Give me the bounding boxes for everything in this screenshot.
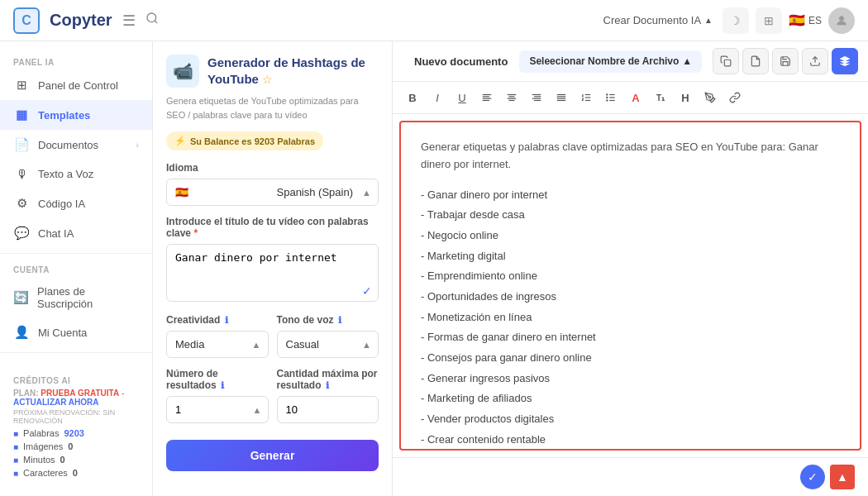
texto-voz-icon: 🎙 [13, 167, 30, 181]
mi-cuenta-icon: 👤 [13, 325, 30, 340]
justify-button[interactable] [550, 87, 573, 108]
editor-list: - Ganar dinero por internet- Trabajar de… [421, 185, 840, 451]
main-layout: PANEL IA ⊞ Panel de Control ▦ Templates … [0, 41, 868, 496]
svg-point-30 [708, 96, 710, 98]
align-right-button[interactable] [525, 87, 548, 108]
credits-label: CRÉDITOS AI [13, 376, 139, 389]
export-button[interactable] [802, 48, 828, 74]
tab-nuevo-documento[interactable]: Nuevo documento [403, 50, 519, 73]
num-resultados-info-icon[interactable]: ℹ [221, 380, 224, 390]
plan-upgrade-link[interactable]: ACTUALIZAR AHORA [13, 398, 99, 407]
document-button[interactable] [742, 48, 769, 74]
expand-button[interactable]: ⊞ [756, 7, 782, 34]
sidebar-divider-1 [0, 253, 152, 254]
editor-top-bar: Nuevo documento Seleecionar Nombre de Ar… [393, 41, 868, 82]
list-item: - Emprendimiento online [421, 266, 840, 287]
align-left-button[interactable] [475, 87, 498, 108]
font-color-button[interactable]: A [624, 87, 647, 108]
sidebar-item-templates[interactable]: ▦ Templates [0, 100, 152, 130]
sidebar-item-chat-ia[interactable]: 💬 Chat IA [0, 218, 152, 248]
app-title: Copyter [50, 11, 112, 30]
list-item: - Generar ingresos pasivos [421, 369, 840, 389]
sidebar-item-planes[interactable]: 🔄 Planes de Suscripción [0, 278, 152, 317]
scroll-top-button[interactable]: ▲ [830, 465, 855, 489]
cantidad-input[interactable] [277, 396, 379, 423]
confirm-button[interactable]: ✓ [800, 465, 825, 489]
unordered-list-button[interactable] [599, 87, 622, 108]
plan-name: PRUEBA GRATUITA [41, 389, 119, 398]
tono-select[interactable]: Casual ▲ [277, 331, 379, 358]
sidebar-item-documentos[interactable]: 📄 Documentos › [0, 130, 152, 160]
save-button[interactable] [772, 48, 799, 74]
svg-point-28 [607, 97, 608, 98]
dark-mode-button[interactable]: ☽ [723, 7, 749, 34]
codigo-ia-icon: ⚙ [13, 196, 30, 211]
creatividad-value: Media [175, 338, 204, 351]
cuenta-label: CUENTA [0, 259, 152, 278]
tono-label: Tono de voz ℹ [277, 314, 379, 326]
credit-imagenes: ■ Imágenes 0 [13, 441, 139, 451]
select-file-name-button[interactable]: Seleecionar Nombre de Archivo ▲ [519, 50, 702, 73]
svg-point-0 [147, 13, 156, 22]
caracteres-value: 0 [73, 468, 78, 478]
sidebar-item-label: Chat IA [38, 227, 74, 240]
file-name-chevron-icon: ▲ [682, 55, 692, 67]
favorite-star-icon[interactable]: ☆ [262, 73, 273, 86]
sidebar-item-label: Código IA [38, 198, 85, 210]
language-selector[interactable]: 🇪🇸 ES [789, 12, 822, 28]
editor-intro-text: Generar etiquetas y palabras clave optim… [421, 139, 840, 174]
sidebar-divider-2 [0, 352, 152, 353]
cantidad-info-icon[interactable]: ℹ [326, 380, 329, 390]
creatividad-select[interactable]: Media ▲ [166, 331, 269, 358]
ordered-list-button[interactable] [575, 87, 598, 108]
video-title-label: Introduce el título de tu vídeo con pala… [166, 216, 379, 239]
imagenes-icon: ■ [13, 442, 18, 451]
editor-content[interactable]: Generar etiquetas y palabras clave optim… [399, 121, 861, 451]
input-check-icon: ✓ [362, 284, 372, 298]
credit-caracteres: ■ Caracteres 0 [13, 468, 139, 478]
avatar[interactable] [828, 7, 855, 34]
menu-icon[interactable]: ☰ [122, 12, 136, 30]
video-title-wrapper: Ganar dinero por internet ✓ [166, 244, 379, 304]
idioma-flag: 🇪🇸 [175, 186, 188, 198]
ai-button[interactable] [832, 48, 858, 74]
underline-button[interactable]: U [451, 87, 474, 108]
sidebar-item-panel-control[interactable]: ⊞ Panel de Control [0, 70, 152, 100]
sidebar-item-mi-cuenta[interactable]: 👤 Mi Cuenta [0, 317, 152, 347]
num-resultados-stepper[interactable]: ▲ [253, 405, 262, 415]
sidebar-item-codigo-ia[interactable]: ⚙ Código IA [0, 188, 152, 218]
sidebar-item-label: Documentos [38, 139, 98, 151]
idioma-label: Idioma [166, 162, 379, 174]
bold-button[interactable]: B [401, 87, 424, 108]
idioma-select[interactable]: 🇪🇸 Spanish (Spain) ▲ [166, 179, 379, 206]
formatting-bar: B I U A T₁ H [393, 82, 868, 114]
heading-button[interactable]: H [674, 87, 697, 108]
link-button[interactable] [723, 87, 746, 108]
sidebar-item-texto-voz[interactable]: 🎙 Texto a Voz [0, 160, 152, 188]
align-center-button[interactable] [500, 87, 523, 108]
creatividad-info-icon[interactable]: ℹ [225, 315, 228, 325]
idioma-value: Spanish (Spain) [277, 186, 354, 198]
video-title-input[interactable]: Ganar dinero por internet [166, 244, 379, 302]
minutos-icon: ■ [13, 455, 18, 465]
top-icons-group: ☽ ⊞ 🇪🇸 ES [723, 7, 855, 34]
credit-palabras: ■ Palabras 9203 [13, 428, 139, 438]
planes-icon: 🔄 [13, 290, 29, 305]
creatividad-group: Creatividad ℹ Media ▲ [166, 314, 269, 358]
highlight-button[interactable] [699, 87, 722, 108]
italic-button[interactable]: I [426, 87, 449, 108]
caracteres-icon: ■ [13, 469, 18, 478]
cantidad-group: Cantidad máxima por resultado ℹ [277, 368, 379, 423]
tono-info-icon[interactable]: ℹ [338, 315, 341, 325]
num-resultados-label: Número de resultados ℹ [166, 368, 269, 391]
font-size-button[interactable]: T₁ [649, 87, 672, 108]
list-item: - Marketing digital [421, 246, 840, 267]
credits-section: CRÉDITOS AI PLAN: PRUEBA GRATUITA - ACTU… [0, 368, 152, 486]
svg-rect-3 [724, 60, 731, 66]
search-icon[interactable] [145, 12, 159, 29]
copy-button[interactable] [713, 48, 739, 74]
create-doc-button[interactable]: Crear Documento IA ▲ [603, 14, 713, 26]
num-resultados-wrapper: ▲ [166, 396, 269, 423]
imagenes-label: Imágenes [23, 441, 63, 451]
generate-button[interactable]: Generar [166, 440, 379, 471]
